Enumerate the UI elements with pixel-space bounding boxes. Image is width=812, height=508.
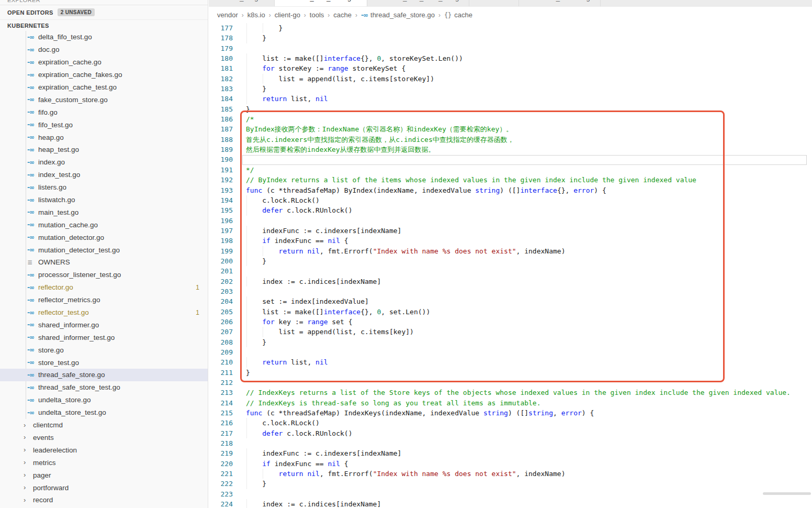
code-line-214[interactable]: // IndexKeys is thread-safe so long as y… xyxy=(246,398,812,408)
breadcrumb-item-k8s.io[interactable]: k8s.io xyxy=(247,11,265,19)
breadcrumb-item-file[interactable]: -∞thread_safe_store.go xyxy=(361,11,435,19)
file-tree-item-expiration_cache_fakes.go[interactable]: -∞expiration_cache_fakes.go xyxy=(0,69,208,81)
line-number[interactable]: 193 xyxy=(209,185,233,195)
file-tree-item-mutation_detector.go[interactable]: -∞mutation_detector.go xyxy=(0,231,208,244)
line-number[interactable]: 179 xyxy=(209,43,233,53)
code-lines[interactable]: }}list := make([]interface{}, 0, storeKe… xyxy=(246,23,812,508)
code-line-223[interactable] xyxy=(246,489,812,499)
horizontal-scrollbar[interactable] xyxy=(763,492,811,495)
file-tree-item-reflector.go[interactable]: -∞reflector.go1 xyxy=(0,281,208,294)
file-tree-item-main_test.go[interactable]: -∞main_test.go xyxy=(0,206,208,218)
file-tree-item-heap.go[interactable]: -∞heap.go xyxy=(0,131,208,143)
line-number[interactable]: 204 xyxy=(209,296,233,306)
line-number[interactable]: 201 xyxy=(209,266,233,276)
code-line-212[interactable] xyxy=(246,378,812,388)
editor-tab-thread_safe_store_test.go[interactable]: -∞thread_safe_store_test.go xyxy=(367,0,469,7)
line-number[interactable]: 216 xyxy=(209,418,233,428)
code-line-210[interactable]: return list, nil xyxy=(246,357,812,367)
file-tree-item-store.go[interactable]: -∞store.go xyxy=(0,344,208,356)
file-tree-item-fake_custom_store.go[interactable]: -∞fake_custom_store.go xyxy=(0,93,208,106)
code-line-194[interactable]: c.lock.RLock() xyxy=(246,195,812,205)
code-line-200[interactable]: } xyxy=(246,256,812,266)
file-tree-item-store_test.go[interactable]: -∞store_test.go xyxy=(0,356,208,369)
line-number[interactable]: 217 xyxy=(209,428,233,438)
file-tree-item-listwatch.go[interactable]: -∞listwatch.go xyxy=(0,194,208,206)
line-number[interactable]: 213 xyxy=(209,388,233,397)
breadcrumb-item-client-go[interactable]: client-go xyxy=(275,11,300,19)
code-line-222[interactable]: } xyxy=(246,479,812,489)
code-line-181[interactable]: for storeKey := range storeKeySet { xyxy=(246,63,812,73)
file-tree-item-mutation_cache.go[interactable]: -∞mutation_cache.go xyxy=(0,218,208,231)
code-line-209[interactable] xyxy=(246,347,812,357)
file-tree-item-index.go[interactable]: -∞index.go xyxy=(0,156,208,169)
code-line-184[interactable]: return list, nil xyxy=(246,94,812,104)
code-line-187[interactable]: ByIndex接收两个参数：IndexName（索引器名称）和indexKey（… xyxy=(246,124,812,134)
line-number[interactable]: 196 xyxy=(209,216,233,226)
code-line-180[interactable]: list := make([]interface{}, 0, storeKeyS… xyxy=(246,53,812,63)
code-line-224[interactable]: index := c.indices[indexName] xyxy=(246,499,812,508)
file-tree-item-undelta_store.go[interactable]: -∞undelta_store.go xyxy=(0,394,208,406)
code-line-196[interactable] xyxy=(246,216,812,226)
breadcrumb-item-vendor[interactable]: vendor xyxy=(217,11,238,19)
line-number[interactable]: 188 xyxy=(209,135,233,145)
file-tree-item-reflector_test.go[interactable]: -∞reflector_test.go1 xyxy=(0,306,208,319)
line-number[interactable]: 208 xyxy=(209,337,233,347)
code-line-213[interactable]: // IndexKeys returns a list of the Store… xyxy=(246,388,812,397)
line-number[interactable]: 191 xyxy=(209,165,233,175)
file-tree-item-expiration_cache.go[interactable]: -∞expiration_cache.go xyxy=(0,56,208,69)
file-tree-item-expiration_cache_test.go[interactable]: -∞expiration_cache_test.go xyxy=(0,81,208,94)
line-number[interactable]: 220 xyxy=(209,459,233,469)
file-tree-item-listers.go[interactable]: -∞listers.go xyxy=(0,181,208,194)
code-line-189[interactable]: 然后根据需要检索的indexKey从缓存数据中查到并返回数据。 xyxy=(246,145,812,154)
line-number[interactable]: 206 xyxy=(209,317,233,327)
folder-tree-item-leaderelection[interactable]: ›leaderelection xyxy=(0,444,208,456)
code-line-218[interactable] xyxy=(246,438,812,448)
code-line-178[interactable]: } xyxy=(246,33,812,43)
code-line-221[interactable]: return nil, fmt.Errorf("Index with name … xyxy=(246,469,812,479)
file-tree-item-mutation_detector_test.go[interactable]: -∞mutation_detector_test.go xyxy=(0,244,208,256)
code-line-205[interactable]: list := make([]interface{}, 0, set.Len()… xyxy=(246,307,812,317)
code-line-179[interactable] xyxy=(246,43,812,53)
code-line-177[interactable]: } xyxy=(246,23,812,33)
line-number[interactable]: 224 xyxy=(209,499,233,508)
folder-tree-item-metrics[interactable]: ›metrics xyxy=(0,456,208,469)
folder-tree-item-events[interactable]: ›events xyxy=(0,432,208,444)
line-number[interactable]: 189 xyxy=(209,145,233,154)
file-tree-item-shared_informer.go[interactable]: -∞shared_informer.go xyxy=(0,318,208,331)
line-number[interactable]: 215 xyxy=(209,408,233,418)
line-number[interactable]: 223 xyxy=(209,489,233,499)
workspace-section-header[interactable]: KUBERNETES xyxy=(0,20,208,31)
file-tree-item-shared_informer_test.go[interactable]: -∞shared_informer_test.go xyxy=(0,331,208,344)
line-number[interactable]: 212 xyxy=(209,378,233,388)
line-number[interactable]: 181 xyxy=(209,63,233,73)
line-number[interactable]: 210 xyxy=(209,357,233,367)
line-number[interactable]: 194 xyxy=(209,195,233,205)
line-number[interactable]: 197 xyxy=(209,226,233,236)
code-line-199[interactable]: return nil, fmt.Errorf("Index with name … xyxy=(246,246,812,256)
line-number[interactable]: 222 xyxy=(209,479,233,489)
code-line-188[interactable]: 首先从c.indexers中查找指定的索引器函数，从c.indices中查找指定… xyxy=(246,135,812,145)
code-line-204[interactable]: set := index[indexedValue] xyxy=(246,296,812,306)
code-line-207[interactable]: list = append(list, c.items[key]) xyxy=(246,327,812,337)
line-number[interactable]: 190 xyxy=(209,154,233,164)
code-line-202[interactable]: index := c.indices[indexName] xyxy=(246,277,812,286)
code-line-203[interactable] xyxy=(246,286,812,296)
line-number[interactable]: 184 xyxy=(209,94,233,104)
line-number[interactable]: 180 xyxy=(209,53,233,63)
code-line-220[interactable]: if indexFunc == nil { xyxy=(246,459,812,469)
file-tree-item-reflector_metrics.go[interactable]: -∞reflector_metrics.go xyxy=(0,294,208,306)
line-number[interactable]: 203 xyxy=(209,286,233,296)
line-number[interactable]: 218 xyxy=(209,438,233,448)
line-number[interactable]: 221 xyxy=(209,469,233,479)
code-line-201[interactable] xyxy=(246,266,812,276)
line-number[interactable]: 209 xyxy=(209,347,233,357)
line-number[interactable]: 198 xyxy=(209,236,233,246)
editor-tab-shared_informer.go[interactable]: -∞shared_informer.go xyxy=(519,0,601,7)
folder-tree-item-portforward[interactable]: ›portforward xyxy=(0,481,208,494)
code-line-191[interactable]: */ xyxy=(246,165,812,175)
line-number[interactable]: 185 xyxy=(209,104,233,114)
code-line-211[interactable]: } xyxy=(246,368,812,378)
file-tree-item-thread_safe_store_test.go[interactable]: -∞thread_safe_store_test.go xyxy=(0,381,208,394)
folder-tree-item-record[interactable]: ›record xyxy=(0,494,208,506)
line-number[interactable]: 207 xyxy=(209,327,233,337)
